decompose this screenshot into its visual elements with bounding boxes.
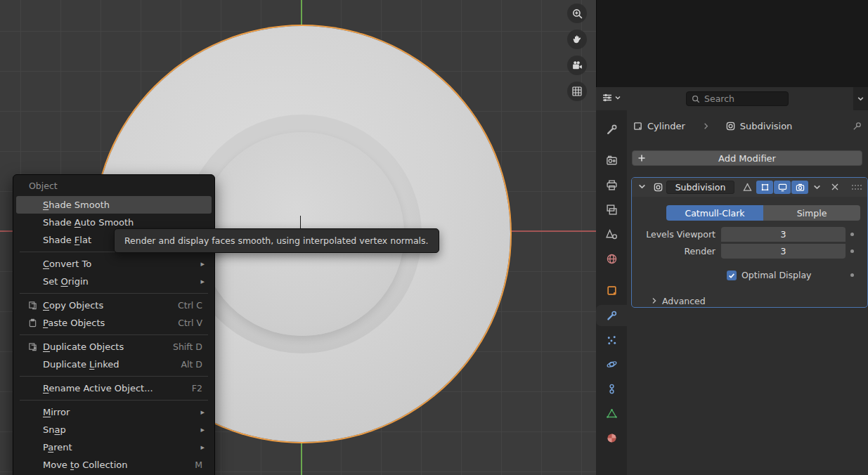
menu-item-convert-to[interactable]: Convert To▸ [16,255,212,273]
tab-view-layer-properties[interactable] [596,199,627,220]
modifier-panel-header[interactable]: Subdivision [632,178,867,197]
menu-item-shortcut: F2 [192,383,202,393]
pin-icon[interactable] [852,121,862,131]
add-modifier-label: Add Modifier [718,153,776,164]
menu-item-label: Parent [43,442,72,453]
optimal-display-checkbox[interactable] [727,271,737,280]
world-icon [606,253,618,265]
subdivision-modifier-panel: Subdivision [631,177,868,308]
breadcrumb-modifier-name[interactable]: Subdivision [740,121,793,131]
tab-material-properties[interactable] [596,427,627,448]
subdivision-modifier-icon [653,182,663,193]
menu-item-duplicate-linked[interactable]: Duplicate LinkedAlt D [16,356,212,373]
optimal-display-label: Optimal Display [741,268,812,282]
render-levels-field[interactable]: 3 [721,244,846,259]
menu-item-snap[interactable]: Snap▸ [16,421,212,438]
menu-item-label: Snap [43,424,66,435]
menu-item-set-origin[interactable]: Set Origin▸ [16,273,212,290]
tab-render-properties[interactable] [596,150,627,171]
chevron-down-icon [614,94,621,101]
view-layer-icon [606,204,618,216]
tab-scene-properties[interactable] [596,223,627,245]
outliner-area[interactable] [596,0,868,87]
menu-item-paste-objects[interactable]: Paste ObjectsCtrl V [16,314,212,332]
submenu-arrow-icon: ▸ [200,408,205,417]
menu-separator [20,293,208,294]
tab-particles-properties[interactable] [596,330,627,351]
modifier-extras-chevron-icon[interactable] [813,183,821,191]
animate-dot[interactable] [850,249,854,253]
camera-view-icon [571,60,583,72]
tab-world-properties[interactable] [596,248,627,269]
right-editors: Search Cylinder Subdivision [596,0,868,475]
render-levels-label: Render [632,244,715,259]
render-display-toggle[interactable] [791,181,808,194]
modifier-display-toggles [739,181,808,194]
menu-item-duplicate-objects[interactable]: Duplicate ObjectsShift D [16,338,212,356]
menu-item-mirror[interactable]: Mirror▸ [16,403,212,421]
menu-item-shortcut: M [195,460,202,470]
advanced-section-toggle[interactable]: Advanced [632,294,868,307]
tab-modifiers-properties[interactable] [596,305,627,326]
output-icon [606,179,618,191]
pan-hand-gizmo-button[interactable] [567,30,587,49]
subdivision-algorithm-enum: Catmull-Clark Simple [666,205,860,221]
menu-separator [20,376,208,377]
drag-handle-icon[interactable] [851,184,862,190]
submenu-arrow-icon: ▸ [200,277,205,286]
animate-dot[interactable] [850,233,854,236]
menu-item-copy-objects[interactable]: Copy ObjectsCtrl C [16,297,212,314]
plus-icon [637,154,646,162]
tab-tool-properties[interactable] [596,119,627,140]
render-icon [606,155,618,167]
object-data-icon [606,408,618,419]
subdivision-modifier-icon [725,121,736,131]
tab-physics-properties[interactable] [596,353,627,375]
menu-item-shade-smooth[interactable]: Shade Smooth [16,196,212,214]
search-placeholder: Search [704,93,734,104]
scene-icon [606,228,618,240]
on-cage-toggle[interactable] [739,181,756,194]
levels-viewport-field[interactable]: 3 [721,227,846,242]
zoom-gizmo-button[interactable] [567,4,587,23]
catmull-clark-button[interactable]: Catmull-Clark [666,205,763,221]
levels-viewport-row: Levels Viewport 3 [632,227,868,242]
menu-item-label: Shade Smooth [43,200,110,210]
menu-item-rename-active-object[interactable]: Rename Active Object...F2 [16,379,212,397]
menu-item-label: Shade Auto Smooth [43,217,134,228]
render-levels-row: Render 3 [632,244,868,259]
tab-object-data-properties[interactable] [596,403,627,424]
physics-icon [606,358,618,370]
menu-item-label: Shade Flat [43,235,91,245]
camera-view-gizmo-button[interactable] [567,56,587,75]
menu-item-label: Duplicate Linked [43,359,119,370]
editor-type-dropdown[interactable] [602,92,621,103]
object-context-menu: Object Shade SmoothShade Auto SmoothShad… [13,174,215,475]
add-modifier-button[interactable]: Add Modifier [632,150,862,166]
tab-object-properties[interactable] [596,280,627,301]
menu-item-shortcut: Alt D [181,359,202,370]
collapse-chevron-icon[interactable] [638,183,646,190]
tab-output-properties[interactable] [596,174,627,195]
menu-separator [20,400,208,401]
search-input[interactable]: Search [686,91,789,106]
orthographic-grid-gizmo-button[interactable] [567,82,587,101]
simple-button[interactable]: Simple [763,205,860,221]
breadcrumb-object-name[interactable]: Cylinder [647,121,685,131]
animate-dot[interactable] [850,273,854,277]
edit-mode-toggle[interactable] [756,181,773,194]
menu-item-label: Duplicate Objects [43,341,124,352]
close-icon[interactable] [831,183,839,191]
menu-item-label: Copy Objects [43,300,103,311]
paste-icon [25,318,39,327]
zoom-icon [571,8,583,20]
menu-item-label: Convert To [43,259,91,269]
menu-item-move-to-collection[interactable]: Move to CollectionM [16,456,212,474]
tab-constraints-properties[interactable] [596,378,627,399]
menu-item-parent[interactable]: Parent▸ [16,438,212,456]
header-options-button[interactable] [853,87,868,110]
realtime-display-toggle[interactable] [774,181,791,194]
modifier-name-field[interactable]: Subdivision [666,181,734,194]
search-icon [692,95,700,103]
menu-item-label: Paste Objects [43,318,105,328]
